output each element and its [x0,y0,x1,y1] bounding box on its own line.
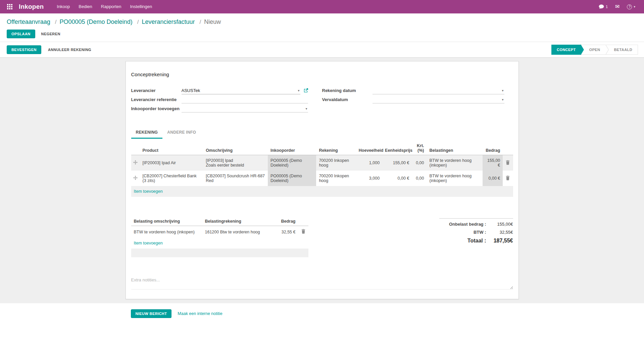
vendor-value[interactable]: ASUSTek [182,88,298,93]
messages-menu[interactable]: 1 [599,4,608,9]
menu-bedien[interactable]: Bedien [74,0,96,13]
column-product: Product [140,142,203,155]
column-krt: Krt. (%) [412,142,427,155]
cell-tax-amount[interactable]: 32,55 € [270,226,298,238]
vendor-field[interactable]: ASUSTek ▾ [182,87,300,94]
breadcrumb-offerteaanvraag[interactable]: Offerteaanvraag [7,18,50,25]
breadcrumb-po00005[interactable]: PO00005 (Demo Doeleind) [52,18,133,25]
cell-amount: 0,00 € [483,171,503,186]
tax-empty-row [131,249,308,257]
cell-taxes[interactable]: BTW te vorderen hoog (inkopen) [427,171,483,186]
cell-description[interactable]: [IP20003] Ipad Zoals eerder besteld [203,155,268,171]
save-button[interactable]: OPSLAAN [7,30,35,38]
new-message-button[interactable]: NIEUW BERICHT [131,309,172,318]
invoice-date-caret-icon[interactable]: ▾ [502,89,504,92]
cell-discount[interactable]: 0,00 [412,171,427,186]
field-column-right: Rekening datum ▾ Vervaldatum ▾ [322,86,513,113]
discard-button[interactable]: NEGEREN [37,30,65,38]
tax-add-item-row: Item toevoegen [131,238,308,249]
column-bedrag: Bedrag [483,142,503,155]
tax-amount-row: BTW : 32,55€ [439,230,513,235]
help-icon: ? [627,4,632,9]
cell-product[interactable]: [IP20003] Ipad Air [140,155,203,171]
vendor-label: Leverancier [131,88,182,93]
breadcrumb-current: Nieuw [197,18,221,25]
top-menu: Inkoop Bedien Rapporten Instellingen [52,0,156,13]
add-purchase-order-field[interactable]: ▾ [182,105,308,112]
log-internal-note-link[interactable]: Maak een interne notitie [178,311,222,316]
menu-rapporten[interactable]: Rapporten [97,0,126,13]
due-date-caret-icon[interactable]: ▾ [502,98,504,101]
vendor-dropdown-caret-icon[interactable]: ▾ [298,89,300,92]
add-purchase-order-caret-icon[interactable]: ▾ [305,107,308,110]
apps-grid-icon-dots [7,4,8,5]
column-tax-account: Belastingrekening [202,218,270,226]
menu-inkoop[interactable]: Inkoop [52,0,74,13]
delete-tax-line-icon[interactable] [298,226,308,238]
cell-product[interactable]: [CB20007] Chesterfield Bank (3 zits) [140,171,203,186]
tax-lines-header-row: Belasting omschrijving Belastingrekening… [131,218,308,226]
cell-purchase-order: PO00005 (Demo Doeleind) [268,171,316,186]
navbar-systray: 1 ✉ ? ▾ [599,4,641,9]
apps-menu-button[interactable] [3,0,16,13]
vendor-reference-input[interactable] [182,96,308,103]
tax-amount-label: BTW : [474,230,486,235]
cell-tax-description[interactable]: BTW te vorderen hoog (inkopen) [131,226,202,238]
tax-line-row-1[interactable]: BTW te vorderen hoog (inkopen) 161200 Bt… [131,226,308,238]
cell-taxes[interactable]: BTW te vorderen hoog (inkopen) [427,155,483,171]
column-belastingen: Belastingen [427,142,483,155]
message-count-badge: 1 [606,5,608,9]
cell-quantity[interactable]: 1,000 [356,155,382,171]
status-open[interactable]: OPEN [581,45,606,55]
due-date-field[interactable]: ▾ [373,96,504,103]
speech-bubble-icon [599,4,604,9]
due-date-label: Vervaldatum [322,97,373,102]
column-tax-amount: Bedrag [270,218,298,226]
status-betaald[interactable]: BETAALD [606,45,638,55]
invoice-line-row-2[interactable]: [CB20007] Chesterfield Bank (3 zits) [CB… [131,171,513,186]
column-handle [131,142,140,155]
delete-line-icon[interactable] [503,171,513,186]
cell-purchase-order: PO00005 (Demo Doeleind) [268,155,316,171]
breadcrumb: Offerteaanvraag PO00005 (Demo Doeleind) … [7,17,637,27]
cell-unit-price[interactable]: 155,00 € [382,155,412,171]
tax-and-totals: Belasting omschrijving Belastingrekening… [131,218,513,257]
form-sheet: Conceptrekening Leverancier ASUSTek ▾ Le… [126,61,519,299]
form-toolbar: BEVESTIGEN ANNULEER REKENING CONCEPT OPE… [0,42,644,58]
cell-description[interactable]: [CB20007] Soundcrush HR-687 Red [203,171,268,186]
add-invoice-line-link[interactable]: Item toevoegen [134,189,163,194]
extra-notes-textarea[interactable] [131,276,513,289]
mail-menu[interactable]: ✉ [615,4,620,9]
delete-line-icon[interactable] [503,155,513,171]
totals-panel: Onbelast bedrag : 155,00€ BTW : 32,55€ T… [439,218,513,247]
status-concept[interactable]: CONCEPT [551,45,581,55]
confirm-button[interactable]: BEVESTIGEN [7,45,41,54]
tab-andere-info[interactable]: ANDERE INFO [162,127,201,139]
cancel-invoice-button[interactable]: ANNULEER REKENING [43,45,96,54]
invoice-date-field[interactable]: ▾ [373,87,504,94]
drag-handle-icon[interactable] [131,155,140,171]
cell-quantity[interactable]: 3,000 [356,171,382,186]
top-navbar: Inkopen Inkoop Bedien Rapporten Instelli… [0,0,644,13]
total-amount-value: 187,55€ [486,238,513,244]
vendor-external-link-icon[interactable] [304,88,308,93]
cell-account[interactable]: 700200 Inkopen hoog [316,171,356,186]
invoice-line-row-1[interactable]: [IP20003] Ipad Air [IP20003] Ipad Zoals … [131,155,513,171]
tab-rekening[interactable]: REKENING [131,127,163,139]
cell-amount: 155,00 € [483,155,503,171]
envelope-icon: ✉ [615,4,620,9]
breadcrumb-leveranciersfactuur[interactable]: Leveranciersfactuur [134,18,195,25]
menu-instellingen[interactable]: Instellingen [126,0,157,13]
help-menu[interactable]: ? ▾ [627,4,635,9]
column-eenheidsprijs: Eenheidsprijs [382,142,412,155]
drag-handle-icon[interactable] [131,171,140,186]
cell-unit-price[interactable]: 0,00 € [382,171,412,186]
help-caret-icon: ▾ [634,5,635,8]
invoice-lines-header-row: Product Omschrijving Inkooporder Rekenin… [131,142,513,155]
tax-lines-table: Belasting omschrijving Belastingrekening… [131,218,308,257]
add-tax-line-link[interactable]: Item toevoegen [134,241,163,245]
form-background: Conceptrekening Leverancier ASUSTek ▾ Le… [0,58,644,303]
cell-tax-account[interactable]: 161200 Btw te vorderen hoog [202,226,270,238]
cell-discount[interactable]: 0,00 [412,155,427,171]
cell-account[interactable]: 700200 Inkopen hoog [316,155,356,171]
